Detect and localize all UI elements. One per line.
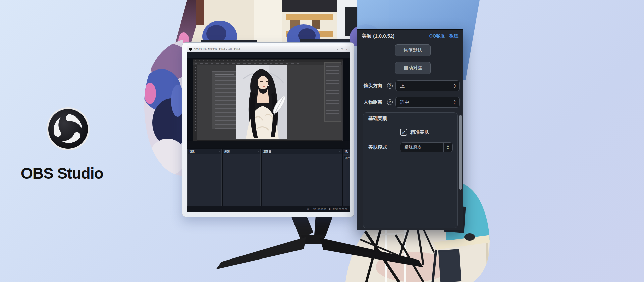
transitions-dock-header[interactable]: 场景过渡 (343, 149, 350, 154)
scenes-dock: 场景 ≡ (187, 149, 222, 206)
obs-docks: 场景 ≡ 来源 ≡ 混音器 ≡ (187, 148, 350, 206)
precise-skin-row: ✓ 精准美肤 (400, 129, 429, 136)
rec-status: REC: 00:00:00 (333, 208, 347, 210)
transitions-dock-title: 场景过渡 (345, 150, 348, 153)
autofocus-button[interactable]: 自动对焦 (395, 62, 431, 74)
subject-distance-select[interactable]: 适中 ∧ ∨ (395, 97, 460, 108)
obs-statusbar: ◉ LIVE: 00:00:00 ◼ REC: 00:00:00 (187, 206, 350, 212)
obs-window: OBS 29.1.3 - 配置文件: 未命名 - 场景: 未命名 – ▢ × (187, 46, 350, 212)
monitor: OBS 29.1.3 - 配置文件: 未命名 - 场景: 未命名 – ▢ × (182, 42, 354, 217)
section-title: 基础美颜 (368, 115, 387, 122)
help-icon[interactable]: ? (387, 99, 393, 105)
ps-toolbar (193, 65, 197, 141)
camera-direction-select[interactable]: 上 ∧ ∨ (395, 80, 460, 91)
transition-value: 淡出 (345, 156, 350, 159)
dock-menu-icon[interactable]: ≡ (219, 150, 220, 153)
sources-dock: 来源 ≡ (223, 149, 261, 206)
precise-skin-label: 精准美肤 (410, 129, 429, 135)
sources-dock-title: 来源 (224, 150, 230, 153)
help-icon[interactable]: ? (387, 83, 393, 89)
obs-menubar (187, 52, 350, 58)
camera-direction-value: 上 (396, 83, 450, 89)
camera-direction-label: 镜头方向 (364, 83, 382, 89)
ps-menubar (193, 62, 343, 65)
precise-skin-checkbox[interactable]: ✓ (400, 129, 407, 136)
camera-direction-row: 镜头方向 ? 上 ∧ ∨ (357, 80, 463, 91)
app-name: OBS Studio (21, 164, 103, 182)
skin-mode-label: 美肤模式 (368, 144, 387, 150)
chevron-down-icon: ∨ (453, 86, 456, 88)
restore-defaults-button[interactable]: 恢复默认 (395, 44, 431, 56)
obs-logo-icon (0, 0, 141, 188)
ps-layers-panel (324, 62, 341, 122)
subject-distance-label: 人物距离 (364, 99, 382, 105)
captured-photoshop-window (193, 59, 343, 141)
transition-select[interactable]: 淡出 (344, 156, 349, 159)
window-controls[interactable]: – ▢ × (337, 48, 348, 51)
skin-mode-value: 朦胧磨皮 (400, 144, 443, 150)
dock-menu-icon[interactable]: ≡ (258, 150, 259, 153)
beauty-panel-title: 美颜 (1.0.0.52) (362, 33, 394, 39)
obs-branding: OBS Studio (0, 0, 141, 189)
rec-dot-icon: ◼ (329, 208, 330, 210)
subject-distance-value: 适中 (396, 99, 450, 105)
ps-titlebar (193, 60, 343, 62)
page: OBS Studio OBS 29.1.3 - 配置文件: 未命名 - 场景: … (0, 0, 644, 282)
obs-titlebar-logo-icon (189, 48, 192, 51)
subject-distance-row: 人物距离 ? 适中 ∧ ∨ (357, 97, 463, 108)
panel-scrollbar[interactable] (459, 115, 462, 190)
select-spinner[interactable]: ∧ ∨ (443, 143, 452, 152)
skin-mode-row: 美肤模式 朦胧磨皮 ∧ ∨ (363, 142, 457, 152)
live-status: LIVE: 00:00:00 (312, 208, 326, 210)
ps-side-strip (342, 61, 343, 141)
dock-menu-icon[interactable]: ≡ (339, 150, 340, 153)
obs-preview-area (187, 58, 350, 141)
mixer-dock-header[interactable]: 混音器 ≡ (262, 149, 342, 154)
basic-beauty-section: 基础美颜 ✓ 精准美肤 美肤模式 朦胧磨皮 ∧ ∨ (363, 112, 458, 228)
preview-mode-tabs (187, 142, 350, 147)
mixer-dock: 混音器 ≡ (262, 149, 342, 206)
sources-dock-header[interactable]: 来源 ≡ (223, 149, 260, 154)
portrait-photo (236, 65, 287, 139)
transitions-dock: 场景过渡 淡出 (343, 149, 350, 206)
select-spinner[interactable]: ∧ ∨ (450, 81, 459, 91)
scenes-dock-header[interactable]: 场景 ≡ (188, 149, 221, 154)
mixer-dock-title: 混音器 (263, 150, 271, 153)
beauty-panel: 美颜 (1.0.0.52) QQ客服 教程 恢复默认 自动对焦 镜头方向 ? 上… (357, 29, 463, 230)
qq-support-link[interactable]: QQ客服 (429, 33, 445, 39)
chevron-down-icon: ∨ (447, 147, 449, 150)
select-spinner[interactable]: ∧ ∨ (450, 97, 459, 107)
chevron-down-icon: ∨ (453, 102, 456, 105)
tutorial-link[interactable]: 教程 (449, 33, 458, 39)
live-dot-icon: ◉ (307, 208, 309, 210)
skin-mode-select[interactable]: 朦胧磨皮 ∧ ∨ (400, 142, 453, 152)
obs-titlebar[interactable]: OBS 29.1.3 - 配置文件: 未命名 - 场景: 未命名 – ▢ × (187, 46, 350, 52)
obs-window-title: OBS 29.1.3 - 配置文件: 未命名 - 场景: 未命名 (194, 48, 335, 51)
scenes-dock-title: 场景 (189, 150, 195, 153)
